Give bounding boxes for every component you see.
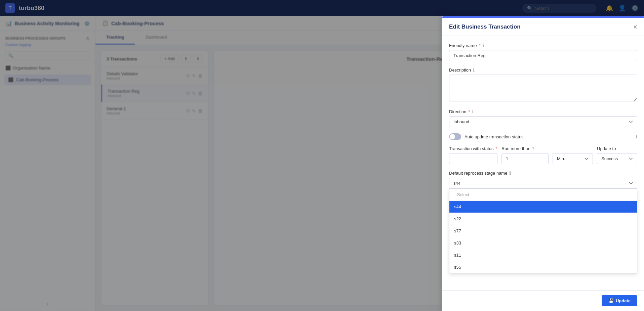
time-unit-select[interactable]: Min... Hour Day	[553, 153, 593, 164]
modal-close-button[interactable]: ×	[633, 24, 637, 30]
modal-title: Edit Business Transaction	[449, 24, 521, 30]
description-textarea[interactable]	[449, 75, 637, 101]
friendly-name-group: Friendly name * ℹ	[449, 43, 637, 61]
dropdown-option-s33[interactable]: s33	[449, 237, 637, 249]
required-marker: *	[532, 146, 534, 151]
auto-update-label: Auto update transaction status	[465, 134, 524, 139]
reprocess-stage-info-icon[interactable]: ℹ	[509, 170, 511, 176]
reprocess-stage-group: Default reprocess stage name ℹ s44 --Sel…	[449, 170, 637, 189]
ran-more-than-input[interactable]	[501, 153, 549, 164]
dropdown-option-select[interactable]: --Select--	[449, 189, 637, 201]
reprocess-stage-dropdown-container: s44 --Select-- s44 s22 s77 s33 s11 s55	[449, 178, 637, 189]
update-to-select[interactable]: Success Failed Warning	[597, 153, 637, 164]
update-to-col: Update to Success Failed Warning	[597, 146, 637, 164]
modal-header: Edit Business Transaction ×	[442, 18, 644, 36]
time-unit-label	[553, 146, 593, 151]
reprocess-stage-label: Default reprocess stage name ℹ	[449, 170, 637, 176]
auto-update-info-icon[interactable]: ℹ	[636, 134, 637, 139]
update-save-icon: 💾	[608, 298, 614, 303]
auto-update-row: Auto update transaction status ℹ	[449, 133, 637, 140]
direction-group: Direction * ℹ Inbound Outbound	[449, 109, 637, 127]
direction-select[interactable]: Inbound Outbound	[449, 116, 637, 127]
friendly-name-label: Friendly name * ℹ	[449, 43, 637, 48]
direction-info-icon[interactable]: ℹ	[472, 109, 474, 114]
modal-body: Friendly name * ℹ Description ℹ Directio…	[442, 36, 644, 290]
modal-footer: 💾 Update	[442, 290, 644, 311]
transaction-status-col: Transaction with status *	[449, 146, 497, 164]
modal-overlay: Edit Business Transaction × Friendly nam…	[0, 0, 644, 311]
dropdown-option-s22[interactable]: s22	[449, 213, 637, 225]
auto-update-toggle[interactable]	[449, 133, 461, 140]
description-label: Description ℹ	[449, 67, 637, 73]
friendly-name-info-icon[interactable]: ℹ	[482, 43, 484, 48]
direction-label: Direction * ℹ	[449, 109, 637, 114]
time-unit-col: Min... Hour Day	[553, 146, 593, 164]
update-to-label: Update to	[597, 146, 637, 151]
edit-transaction-modal: Edit Business Transaction × Friendly nam…	[442, 16, 644, 311]
status-row: Transaction with status * Ran more than …	[449, 146, 637, 164]
dropdown-option-s77[interactable]: s77	[449, 225, 637, 237]
description-info-icon[interactable]: ℹ	[473, 67, 475, 73]
required-marker: *	[495, 146, 497, 151]
friendly-name-input[interactable]	[449, 50, 637, 61]
ran-more-than-col: Ran more than *	[501, 146, 549, 164]
dropdown-option-s11[interactable]: s11	[449, 249, 637, 261]
description-group: Description ℹ	[449, 67, 637, 103]
reprocess-stage-dropdown-list: --Select-- s44 s22 s77 s33 s11 s55	[449, 189, 637, 273]
transaction-status-label: Transaction with status *	[449, 146, 497, 151]
required-marker: *	[468, 109, 470, 114]
update-button[interactable]: 💾 Update	[602, 295, 637, 306]
ran-more-than-label: Ran more than *	[501, 146, 549, 151]
dropdown-option-s55[interactable]: s55	[449, 261, 637, 273]
reprocess-stage-select[interactable]: s44	[449, 178, 637, 189]
transaction-status-input[interactable]	[449, 153, 497, 164]
dropdown-option-s44[interactable]: s44	[449, 201, 637, 213]
required-marker: *	[479, 43, 480, 48]
